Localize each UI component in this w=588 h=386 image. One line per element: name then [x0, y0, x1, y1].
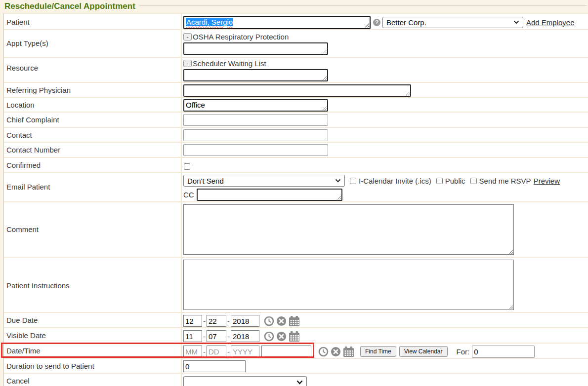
company-select-value: Better Corp. — [386, 18, 426, 27]
company-select[interactable]: Better Corp. — [382, 17, 523, 28]
calendar-icon[interactable] — [289, 316, 300, 326]
row-resource: Resource - Scheduler Waiting List — [4, 58, 588, 83]
public-label: Public — [445, 177, 465, 185]
clear-date-icon[interactable] — [276, 331, 287, 342]
cancel-select[interactable] — [183, 376, 307, 386]
chief-complaint-label: Chief Complaint — [4, 113, 182, 127]
appt-types-label: Appt Type(s) — [4, 30, 182, 57]
cc-input[interactable] — [197, 189, 342, 201]
for-input[interactable] — [472, 346, 535, 358]
duration-input[interactable] — [183, 360, 246, 372]
date-separator: - — [227, 347, 230, 356]
clock-icon[interactable] — [264, 331, 274, 342]
clock-icon[interactable] — [318, 347, 329, 357]
email-patient-label: Email Patient — [4, 173, 182, 201]
contact-label: Contact — [4, 128, 182, 142]
row-patient: Patient Acardi, Sergio ? Better Corp. Ad… — [4, 14, 588, 30]
date-time-label: Date/Time — [4, 344, 182, 358]
clear-date-icon[interactable] — [331, 347, 341, 357]
confirmed-checkbox[interactable] — [184, 163, 190, 170]
chief-complaint-input[interactable] — [183, 114, 328, 126]
date-time-time-input[interactable] — [261, 346, 311, 357]
row-referring-physician: Referring Physician — [4, 83, 588, 98]
add-employee-link[interactable]: Add Employee — [526, 18, 575, 27]
contact-number-input[interactable] — [183, 144, 328, 156]
comment-input[interactable] — [183, 204, 514, 255]
row-duration: Duration to send to Patient — [4, 359, 588, 374]
row-confirmed: Confirmed — [4, 158, 588, 173]
due-date-month-input[interactable] — [183, 315, 202, 327]
row-comment: Comment — [4, 202, 588, 258]
view-calendar-button[interactable]: View Calendar — [399, 346, 448, 357]
appt-type-remove-button[interactable]: - — [183, 33, 192, 40]
public-checkbox[interactable] — [436, 178, 443, 184]
row-email-patient: Email Patient Don't Send I-Calendar Invi… — [4, 173, 588, 202]
email-send-select[interactable]: Don't Send — [183, 175, 345, 187]
title-band: Reschedule/Cancel Appointment — [0, 0, 588, 13]
location-input[interactable] — [183, 99, 328, 112]
row-contact: Contact — [4, 128, 588, 143]
patient-selected-text: Acardi, Sergio — [186, 18, 233, 26]
send-me-rsvp-checkbox[interactable] — [470, 178, 477, 184]
resource-input[interactable] — [183, 69, 328, 81]
date-time-month-input[interactable] — [183, 346, 202, 357]
cc-label: CC — [183, 191, 194, 199]
help-icon[interactable]: ? — [373, 19, 380, 26]
contact-input[interactable] — [183, 129, 328, 141]
due-date-year-input[interactable] — [231, 315, 259, 327]
duration-label: Duration to send to Patient — [4, 359, 182, 373]
row-date-time: Date/Time - - Find Time View Calendar Fo… — [4, 344, 588, 359]
row-chief-complaint: Chief Complaint — [4, 113, 588, 128]
preview-link[interactable]: Preview — [534, 177, 560, 185]
date-time-year-input[interactable] — [231, 346, 259, 357]
contact-number-label: Contact Number — [4, 143, 182, 157]
appt-type-input[interactable] — [183, 42, 328, 55]
calendar-icon[interactable] — [343, 347, 354, 357]
row-cancel: Cancel — [4, 374, 588, 386]
title-rule — [139, 5, 587, 6]
chevron-down-icon — [513, 20, 519, 24]
due-date-label: Due Date — [4, 313, 182, 327]
send-me-rsvp-label: Send me RSVP — [479, 177, 531, 185]
row-visible-date: Visible Date - - — [4, 328, 588, 344]
calendar-icon[interactable] — [289, 331, 300, 342]
page-title: Reschedule/Cancel Appointment — [4, 1, 135, 11]
date-time-day-input[interactable] — [207, 346, 226, 357]
patient-label: Patient — [4, 14, 182, 29]
for-label: For: — [457, 347, 470, 356]
date-separator: - — [203, 332, 206, 341]
email-send-select-value: Don't Send — [187, 177, 224, 185]
visible-date-day-input[interactable] — [207, 330, 226, 342]
resource-selected: Scheduler Waiting List — [193, 59, 266, 68]
date-separator: - — [203, 347, 206, 356]
comment-label: Comment — [4, 202, 182, 257]
resource-remove-button[interactable]: - — [183, 60, 192, 67]
row-patient-instructions: Patient Instructions — [4, 258, 588, 313]
icalendar-invite-label: I-Calendar Invite (.ics) — [359, 177, 431, 185]
location-label: Location — [4, 98, 182, 112]
clear-date-icon[interactable] — [276, 316, 287, 326]
visible-date-label: Visible Date — [4, 328, 182, 343]
visible-date-year-input[interactable] — [231, 330, 259, 342]
referring-physician-label: Referring Physician — [4, 83, 182, 97]
due-date-day-input[interactable] — [207, 315, 226, 327]
resource-label: Resource — [4, 58, 182, 82]
row-due-date: Due Date - - — [4, 313, 588, 328]
date-separator: - — [227, 332, 230, 341]
appt-type-selected: OSHA Respiratory Protection — [193, 33, 289, 41]
chevron-down-icon — [296, 380, 303, 385]
find-time-button[interactable]: Find Time — [360, 346, 396, 357]
chevron-down-icon — [335, 179, 341, 183]
row-contact-number: Contact Number — [4, 143, 588, 158]
confirmed-label: Confirmed — [4, 158, 182, 172]
row-location: Location — [4, 98, 588, 113]
icalendar-invite-checkbox[interactable] — [350, 178, 356, 184]
patient-instructions-input[interactable] — [183, 260, 514, 310]
date-separator: - — [203, 317, 206, 325]
visible-date-month-input[interactable] — [183, 330, 202, 342]
referring-physician-input[interactable] — [183, 84, 411, 97]
patient-input[interactable]: Acardi, Sergio — [183, 16, 371, 29]
date-separator: - — [227, 317, 230, 325]
patient-instructions-label: Patient Instructions — [4, 258, 182, 312]
clock-icon[interactable] — [264, 316, 274, 326]
